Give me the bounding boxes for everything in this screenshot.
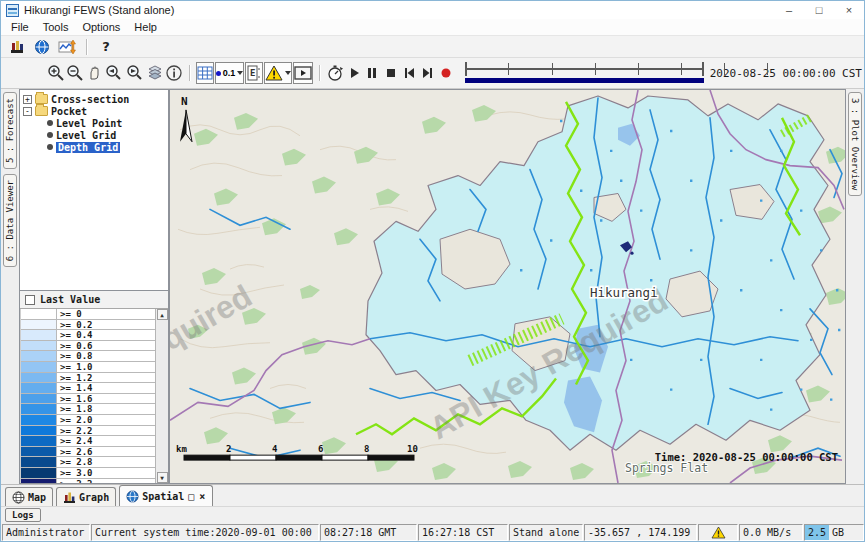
tab-plot-overview[interactable]: 3 : Plot Overview [848, 92, 862, 196]
tree-item-level-grid[interactable]: Level Grid [23, 129, 168, 141]
legend-row: >= 0.6 [21, 341, 155, 352]
right-tab-strip: 3 : Plot Overview [846, 89, 864, 484]
logs-row: Logs [1, 506, 864, 523]
stop-button[interactable] [382, 61, 399, 85]
warnings-dropdown[interactable] [264, 62, 292, 84]
go-to-start-button[interactable] [400, 61, 417, 85]
legend-row: >= 1.4 [21, 383, 155, 394]
database-button[interactable] [6, 37, 28, 57]
data-viewer-panel: + Cross-section - Pocket Level Point Lev… [19, 89, 169, 484]
zoom-out-button[interactable] [66, 61, 84, 85]
tab-forecast[interactable]: 5 : Forecast [3, 92, 17, 169]
animation-settings-button[interactable] [326, 61, 344, 85]
tab-data-viewer[interactable]: 6 : Data Viewer [3, 174, 17, 267]
bullet-icon [47, 120, 53, 126]
zoom-in-icon [47, 64, 65, 82]
slider-tick [638, 63, 639, 75]
slider-track [466, 68, 703, 70]
animation-button[interactable] [293, 62, 313, 84]
database-icon [9, 39, 25, 55]
pause-button[interactable] [364, 61, 381, 85]
legend-scrollbar[interactable]: ▲ ▼ [155, 309, 168, 483]
zoom-previous-icon [104, 64, 124, 82]
town-label: Hikurangi [590, 285, 658, 300]
pan-button[interactable] [85, 61, 103, 85]
svg-text:E: E [250, 68, 255, 78]
zoom-next-button[interactable] [125, 61, 145, 85]
menu-file[interactable]: File [4, 20, 36, 34]
time-slider[interactable] [464, 61, 705, 85]
animation-icon [294, 66, 312, 80]
expand-icon[interactable]: + [23, 95, 32, 104]
legend-label: >= 0.4 [57, 330, 155, 340]
legend-label: >= 2.0 [57, 415, 155, 425]
slider-tick [552, 63, 553, 75]
label-icon: E [247, 65, 261, 81]
slider-tick [767, 63, 768, 75]
play-button[interactable] [345, 61, 362, 85]
tree-item-level-point[interactable]: Level Point [23, 117, 168, 129]
tab-spatial[interactable]: Spatial □ × [119, 485, 213, 506]
tab-restore-icon[interactable]: □ [187, 491, 195, 502]
tree-item-depth-grid[interactable]: Depth Grid [23, 141, 168, 153]
legend-row: >= 1.2 [21, 373, 155, 384]
minimize-button[interactable]: – [774, 4, 804, 16]
legend-swatch [21, 330, 57, 340]
legend-row: >= 0 [21, 309, 155, 320]
menu-tools[interactable]: Tools [36, 20, 76, 34]
tab-close-icon[interactable]: × [198, 491, 206, 502]
legend-label: >= 0.6 [57, 341, 155, 351]
tab-graph[interactable]: Graph [56, 487, 116, 506]
collapse-icon[interactable]: - [23, 107, 32, 116]
legend-label: >= 1.4 [57, 383, 155, 393]
legend-row: >= 2.4 [21, 436, 155, 447]
record-icon [439, 66, 453, 80]
close-button[interactable]: × [834, 4, 864, 16]
tab-map[interactable]: Map [5, 487, 53, 506]
layers-tree: + Cross-section - Pocket Level Point Lev… [19, 89, 169, 291]
menu-help[interactable]: Help [127, 20, 164, 34]
legend-header: Last Value [20, 291, 168, 309]
label-toggle-button[interactable]: E [245, 62, 263, 84]
main-area: 5 : Forecast 6 : Data Viewer + Cross-sec… [1, 89, 864, 484]
help-icon: ? [102, 39, 110, 54]
legend-label: >= 1.8 [57, 404, 155, 414]
status-network-speed: 0.0 MB/s [739, 524, 803, 541]
help-button[interactable]: ? [95, 37, 117, 57]
slider-tick [681, 63, 682, 75]
grid-toggle-button[interactable] [196, 62, 214, 84]
slider-tick [595, 63, 596, 75]
bottom-tab-bar: Map Graph Spatial □ × [1, 484, 864, 506]
tree-item-label: Level Grid [56, 130, 116, 141]
last-value-checkbox[interactable] [25, 295, 35, 305]
info-button[interactable] [165, 61, 183, 85]
chevron-down-icon [237, 71, 243, 75]
go-to-end-button[interactable] [419, 61, 436, 85]
status-warning-cell[interactable] [698, 524, 738, 541]
legend-swatch [21, 341, 57, 351]
tree-item-pocket[interactable]: - Pocket [23, 105, 168, 117]
status-coordinates: -35.657 , 174.199 [584, 524, 697, 541]
layers-button[interactable] [146, 61, 164, 85]
zoom-in-button[interactable] [47, 61, 65, 85]
timeseries-button[interactable] [56, 37, 78, 57]
legend-swatch [21, 394, 57, 404]
scroll-down-icon[interactable]: ▼ [157, 472, 168, 483]
toolbar-separator [189, 65, 190, 81]
menu-options[interactable]: Options [75, 20, 127, 34]
scroll-up-icon[interactable]: ▲ [157, 309, 168, 320]
zoom-previous-button[interactable] [104, 61, 124, 85]
spatial-display-button[interactable] [31, 37, 53, 57]
precision-dropdown[interactable]: 0.1 [215, 62, 245, 84]
record-button[interactable] [437, 61, 454, 85]
logs-button[interactable]: Logs [5, 508, 41, 522]
map-view[interactable]: API Key Required API Key Required N km 2… [169, 89, 846, 484]
legend-row: >= 3.0 [21, 468, 155, 479]
place-label: Springs Flat [625, 461, 708, 475]
maximize-button[interactable]: □ [804, 4, 834, 16]
slider-tick [508, 63, 509, 75]
svg-text:8: 8 [364, 444, 369, 454]
tree-item-cross-section[interactable]: + Cross-section [23, 93, 168, 105]
legend-label: >= 1.0 [57, 362, 155, 372]
status-user: Administrator [2, 524, 90, 541]
